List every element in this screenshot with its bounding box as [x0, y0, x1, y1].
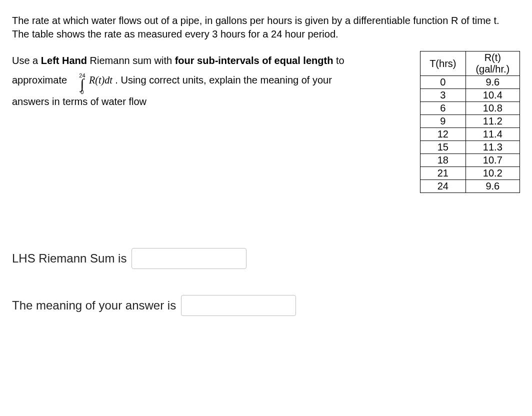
cell-r: 11.3 [466, 141, 520, 154]
table-header-r: R(t) (gal/hr.) [466, 52, 520, 76]
table-row: 610.8 [420, 102, 520, 115]
cell-r: 11.4 [466, 128, 520, 141]
cell-r: 10.7 [466, 154, 520, 167]
meaning-input[interactable] [181, 295, 296, 316]
table-header-r-line1: R(t) [471, 52, 514, 64]
main-row: Use a Left Hand Riemann sum with four su… [12, 51, 520, 193]
cell-t: 15 [420, 141, 466, 154]
cell-r: 9.6 [466, 76, 520, 89]
table-row: 310.4 [420, 89, 520, 102]
table-row: 09.6 [420, 76, 520, 89]
prompt-part1-bold: Left Hand [41, 55, 87, 66]
prompt-part1-pre: Use a [12, 55, 41, 66]
prompt-line-3: answers in terms of water flow [12, 92, 390, 111]
cell-t: 3 [420, 89, 466, 102]
table-header-r-line2: (gal/hr.) [471, 64, 514, 75]
prompt-part2-post: . Using correct units, explain the meani… [115, 74, 332, 86]
prompt-part2-pre: approximate [12, 74, 67, 86]
answer-line-2: The meaning of your answer is [12, 295, 520, 316]
table-header-t: T(hrs) [420, 52, 466, 76]
cell-r: 9.6 [466, 180, 520, 193]
prompt-part1-mid: Riemann sum with [87, 55, 175, 66]
table-row: 1810.7 [420, 154, 520, 167]
prompt-line-2: approximate 24 ∫ 0 R(t)dt . Using correc… [12, 70, 390, 92]
answers-section: LHS Riemann Sum is The meaning of your a… [12, 248, 520, 316]
table-row: 249.6 [420, 180, 520, 193]
table-row: 911.2 [420, 115, 520, 128]
data-table: T(hrs) R(t) (gal/hr.) 09.6 310.4 610.8 9… [420, 51, 520, 193]
cell-t: 18 [420, 154, 466, 167]
integral-sign-icon: ∫ [80, 78, 84, 90]
prompt-part1-bold2: four sub-intervals of equal length [175, 55, 334, 66]
table-header-row: T(hrs) R(t) (gal/hr.) [420, 52, 520, 76]
answer-line-1: LHS Riemann Sum is [12, 248, 520, 269]
meaning-label: The meaning of your answer is [12, 298, 176, 312]
table-row: 1211.4 [420, 128, 520, 141]
cell-t: 21 [420, 167, 466, 180]
table-row: 2110.2 [420, 167, 520, 180]
problem-intro: The rate at which water flows out of a p… [12, 14, 512, 41]
integral-icon: 24 ∫ 0 [79, 73, 85, 95]
cell-r: 10.2 [466, 167, 520, 180]
cell-r: 11.2 [466, 115, 520, 128]
integral-expression: R(t)dt [89, 74, 112, 86]
lhs-sum-input[interactable] [132, 248, 246, 269]
cell-t: 12 [420, 128, 466, 141]
cell-t: 0 [420, 76, 466, 89]
lhs-label: LHS Riemann Sum is [12, 252, 126, 266]
problem-prompt: Use a Left Hand Riemann sum with four su… [12, 51, 390, 111]
prompt-part1-end: to [333, 55, 344, 66]
cell-r: 10.8 [466, 102, 520, 115]
cell-t: 9 [420, 115, 466, 128]
cell-t: 6 [420, 102, 466, 115]
cell-r: 10.4 [466, 89, 520, 102]
prompt-line-1: Use a Left Hand Riemann sum with four su… [12, 51, 390, 70]
table-row: 1511.3 [420, 141, 520, 154]
integral-lower: 0 [80, 90, 84, 95]
cell-t: 24 [420, 180, 466, 193]
